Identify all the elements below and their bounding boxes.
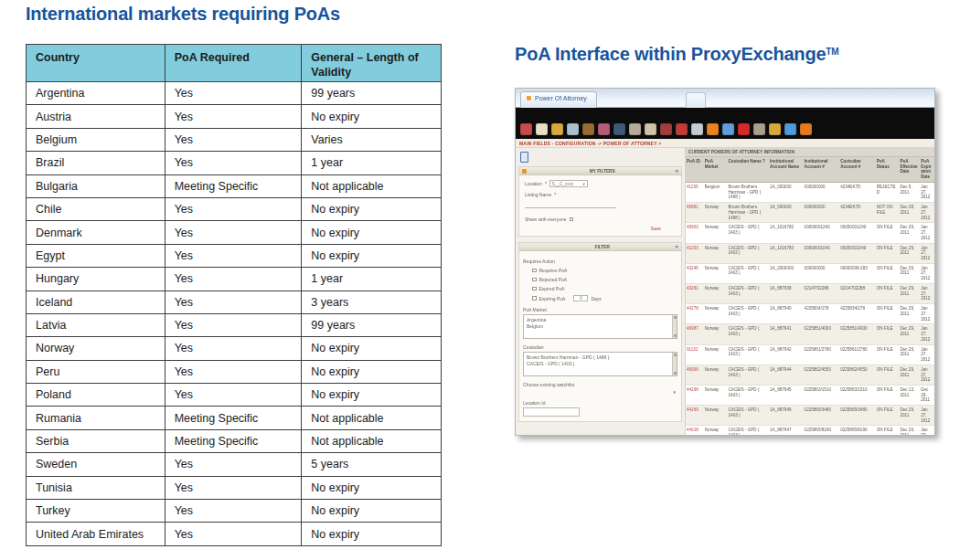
grid-row[interactable]: 46987NorwayCACEIS - GPD ( 1403 )1A_88794…	[686, 324, 934, 344]
favorites-icon[interactable]	[520, 123, 532, 135]
book-icon[interactable]	[582, 123, 594, 135]
poa-market-label: PoA Market	[523, 307, 681, 312]
grid-column-header[interactable]: PoA Effective Date	[899, 157, 920, 182]
flag-icon[interactable]	[738, 123, 750, 135]
blue-doc-icon[interactable]	[722, 123, 734, 135]
grid-row[interactable]: 43261NorwayCACEIS - GPD ( 1403 )1A_88793…	[686, 284, 934, 304]
table-cell: Yes	[165, 453, 302, 476]
grid-column-header[interactable]: PoA ID	[686, 157, 704, 182]
clock-icon[interactable]	[691, 123, 703, 135]
listing-name-input[interactable]	[525, 202, 616, 208]
grid-column-header[interactable]: Institutional Account #	[804, 157, 840, 182]
table-cell: Not applicable	[302, 174, 442, 197]
market-option[interactable]: Belgium	[527, 323, 669, 330]
user-dark-icon[interactable]	[613, 123, 625, 135]
grid-column-header[interactable]: PoA Expiration Date	[920, 157, 934, 182]
table-cell: Varies	[302, 128, 442, 151]
location-select[interactable]: S__C_xxxx ▾	[549, 180, 588, 187]
rocket-icon[interactable]	[598, 123, 610, 135]
collapse-icon[interactable]: ×	[675, 168, 678, 174]
document-icon[interactable]	[520, 152, 528, 163]
grid-row[interactable]: 46881NorwayBrown Brothers Harriman - GPD…	[686, 203, 934, 223]
table-cell: Chile	[27, 197, 165, 220]
checkbox-icon[interactable]	[532, 287, 537, 291]
table-cell: Belgium	[27, 128, 165, 151]
poa-market-listbox[interactable]: ArgentinaBelgium	[523, 314, 677, 339]
share-everyone-checkbox[interactable]	[570, 217, 574, 222]
spark-icon[interactable]	[800, 123, 812, 135]
document-icon[interactable]	[536, 123, 548, 135]
grid-cell: 44278	[686, 304, 704, 313]
grid-column-header[interactable]: Custodian Name ?	[728, 157, 769, 182]
grid-row[interactable]: 43246NorwayCACEIS - GPD ( 1403 )1A_20000…	[686, 264, 934, 284]
checkbox-icon[interactable]	[532, 278, 537, 282]
table-cell: Not applicable	[302, 429, 442, 452]
share-everyone-label: Share with everyone	[525, 217, 567, 222]
filter-panel-icon	[522, 169, 527, 174]
scrollbar[interactable]	[672, 353, 677, 375]
grid-row[interactable]: 44278NorwayCACEIS - GPD ( 1403 )1A_88794…	[686, 304, 934, 324]
market-option[interactable]: Argentina	[527, 317, 669, 323]
grid-row[interactable]: 44269NorwayCACEIS - GPD ( 1403 )1A_88794…	[686, 406, 934, 426]
table-cell: Bulgaria	[27, 174, 165, 197]
bank-icon[interactable]	[645, 123, 656, 135]
location-id-input[interactable]	[523, 407, 580, 417]
grid-cell: 1A_887940	[769, 304, 804, 313]
grid-cell: 1A_887944	[769, 365, 804, 375]
chevron-down-icon[interactable]: ▾	[673, 389, 676, 395]
grid-column-header[interactable]: Institutional Account Name	[769, 157, 804, 182]
listing-name-label: Listing Name	[525, 192, 551, 197]
shield-icon[interactable]	[676, 123, 688, 135]
grid-cell: 000000000	[804, 183, 840, 192]
tab-stub[interactable]	[686, 92, 706, 108]
collapse-icon[interactable]: ×	[675, 244, 678, 249]
filter-checkbox-row: Requires PoA	[532, 268, 681, 273]
grid-row[interactable]: 46902NorwayCACEIS - GPD ( 1403 )1A_10167…	[686, 223, 934, 243]
watchlist-label: Choose existing watchlist	[523, 382, 681, 387]
building-icon[interactable]	[629, 123, 641, 135]
tab-power-of-attorney[interactable]: Power Of Attorney	[520, 91, 597, 108]
temple-icon[interactable]	[753, 123, 765, 135]
table-cell: Yes	[165, 313, 302, 336]
user-light-icon[interactable]	[567, 123, 579, 135]
save-link[interactable]: Save	[519, 226, 661, 231]
grid-cell: 1A_000000	[769, 203, 804, 212]
grid-cell: Brown Brothers Harriman - GPD ( 1488 )	[728, 203, 769, 222]
grid-row[interactable]: 91132NorwayCACEIS - GPD ( 1403 )1A_88794…	[686, 345, 934, 365]
orange-clock-icon[interactable]	[707, 123, 719, 135]
grid-cell: 0225862/4550	[839, 365, 876, 375]
scrollbar[interactable]	[672, 315, 677, 338]
custodian-option[interactable]: CACEIS - GPD ( 1403 )	[527, 361, 669, 367]
grid-column-header[interactable]: PoA Market	[704, 157, 728, 182]
grid-cell: Belgium	[704, 183, 728, 192]
grid-row[interactable]: 46906NorwayCACEIS - GPD ( 1403 )1A_88794…	[686, 365, 934, 386]
custodian-option[interactable]: Brown Brothers Harriman - GPD ( 1488 )	[527, 354, 669, 361]
checkbox-icon[interactable]	[532, 296, 537, 301]
grid-cell: CACEIS - GPD ( 1403 )	[728, 406, 769, 419]
library-icon[interactable]	[660, 123, 672, 135]
tab-label: Power Of Attorney	[535, 95, 587, 101]
scroll2-icon[interactable]	[769, 123, 781, 135]
scroll-icon[interactable]	[551, 123, 563, 135]
chat-icon[interactable]	[784, 123, 796, 135]
table-row: DenmarkYesNo expiry	[27, 221, 442, 244]
grid-row[interactable]: 41203NorwayCACEIS - GPD ( 1403 )1A_10167…	[686, 244, 934, 264]
column-header-poa-required: PoA Required	[165, 45, 302, 82]
grid-row[interactable]: 44268NorwayCACEIS - GPD ( 1403 )1A_88794…	[686, 386, 934, 406]
grid-cell: Norway	[704, 324, 728, 333]
expiring-days-input[interactable]: 0	[573, 295, 588, 301]
grid-row[interactable]: 41205BelgiumBrown Brothers Harriman - GP…	[686, 183, 934, 203]
grid-cell: Norway	[704, 406, 728, 415]
table-cell: No expiry	[302, 360, 442, 383]
custodian-listbox[interactable]: Brown Brothers Harriman - GPD ( 1488 )CA…	[523, 352, 677, 376]
table-row: United Arab EmiratesYesNo expiry	[27, 523, 442, 545]
grid-row[interactable]: 44018NorwayCACEIS - GPD ( 1403 )1A_88794…	[686, 426, 934, 435]
location-label: Location	[525, 181, 542, 186]
grid-column-header[interactable]: Custodian Account #	[839, 157, 876, 182]
grid-body: 41205BelgiumBrown Brothers Harriman - GP…	[686, 183, 934, 435]
grid-column-header[interactable]: PoA Status	[876, 157, 900, 182]
my-filters-header: MY FILTERS ×	[519, 167, 681, 175]
grid-header-row: PoA IDPoA MarketCustodian Name ?Institut…	[686, 157, 934, 183]
table-cell: Peru	[27, 360, 165, 383]
checkbox-icon[interactable]	[532, 269, 537, 273]
